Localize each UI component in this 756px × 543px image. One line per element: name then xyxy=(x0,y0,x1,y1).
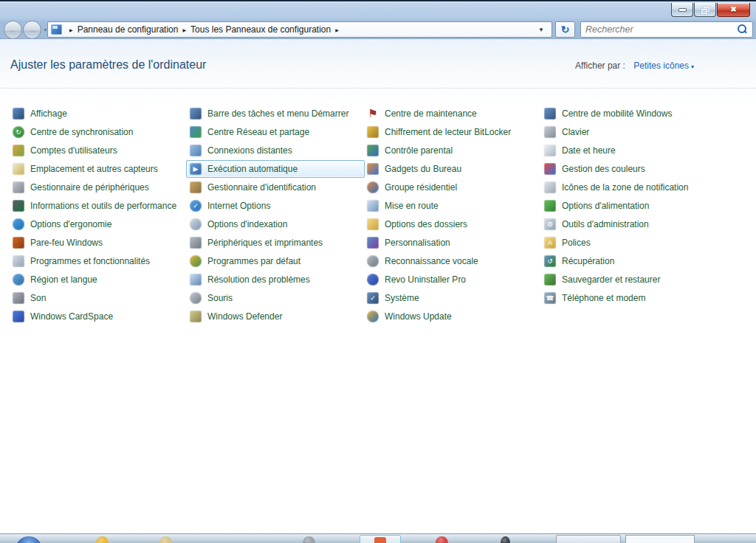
control-panel-item[interactable]: Sauvegarder et restaurer xyxy=(540,271,753,288)
control-panel-item[interactable]: Date et heure xyxy=(540,142,753,159)
performance-tools-icon xyxy=(13,200,24,212)
control-panel-item[interactable]: Affichage xyxy=(9,105,188,122)
control-panel-item-label: Périphériques et imprimantes xyxy=(207,238,323,248)
devices-printers-icon xyxy=(190,237,202,249)
control-panel-item[interactable]: Comptes d'utilisateurs xyxy=(9,142,188,159)
forward-button[interactable]: → xyxy=(23,21,41,39)
mouse-icon xyxy=(190,292,202,304)
control-panel-item-label: Centre Réseau et partage xyxy=(207,127,309,137)
control-panel-item-label: Informations et outils de performance xyxy=(30,201,176,211)
taskbar-app-icon[interactable] xyxy=(501,536,510,543)
address-dropdown-chevron[interactable]: ▼ xyxy=(534,27,549,33)
control-panel-item-label: Son xyxy=(30,293,46,303)
credential-manager-icon xyxy=(190,181,202,193)
location-sensors-icon xyxy=(13,163,24,175)
control-panel-item[interactable]: Gestionnaire de périphériques xyxy=(9,179,188,196)
control-panel-item[interactable]: APolices xyxy=(540,234,753,252)
control-panel-item[interactable]: Informations et outils de performance xyxy=(9,197,188,215)
restore-button[interactable] xyxy=(694,3,716,17)
control-panel-item[interactable]: ⚑Centre de maintenance xyxy=(363,105,542,122)
control-panel-item[interactable]: Souris xyxy=(186,289,365,307)
forward-arrow-icon: → xyxy=(27,24,37,35)
control-panel-item[interactable]: Options des dossiers xyxy=(363,215,542,233)
system-icon: ✓ xyxy=(367,292,379,304)
control-panel-item-label: Options d'indexation xyxy=(207,219,287,229)
control-panel-item-label: Affichage xyxy=(30,108,67,119)
taskbar-app-icon[interactable] xyxy=(159,536,172,543)
control-panel-item[interactable]: ✓Système xyxy=(363,289,542,307)
control-panel-item[interactable]: Options d'ergonomie xyxy=(9,215,188,233)
internet-options-icon: ✓ xyxy=(190,200,202,212)
control-panel-item[interactable]: Résolution des problèmes xyxy=(186,271,365,288)
start-orb[interactable] xyxy=(16,536,41,543)
view-by-label: Afficher par : xyxy=(575,60,625,71)
breadcrumb-control-panel[interactable]: Panneau de configuration xyxy=(78,24,179,35)
control-panel-item[interactable]: Connexions distantes xyxy=(186,142,365,159)
refresh-button[interactable]: ↻ xyxy=(555,21,575,38)
control-panel-item[interactable]: Centre Réseau et partage xyxy=(186,123,365,141)
parental-controls-icon xyxy=(367,145,379,156)
control-panel-item-label: Comptes d'utilisateurs xyxy=(30,145,117,156)
control-panel-item-label: Gestionnaire d'identification xyxy=(207,182,316,193)
control-panel-item[interactable]: ⚙Outils d'administration xyxy=(540,215,753,233)
control-panel-item[interactable]: Personnalisation xyxy=(363,234,542,252)
view-by-dropdown[interactable]: Petites icônes▾ xyxy=(633,60,694,71)
control-panel-item[interactable]: Centre de mobilité Windows xyxy=(540,105,753,122)
taskbar-app-pressed[interactable] xyxy=(556,535,621,543)
control-panel-item[interactable]: ✓Internet Options xyxy=(186,197,365,215)
windows-defender-icon xyxy=(190,311,202,322)
control-panel-item[interactable]: Mise en route xyxy=(363,197,542,215)
control-panel-item[interactable]: Icônes de la zone de notification xyxy=(540,179,753,196)
control-panel-item[interactable]: Options d'indexation xyxy=(186,215,365,233)
control-panel-item[interactable]: ☎Téléphone et modem xyxy=(540,289,753,307)
control-panel-item-label: Clavier xyxy=(562,127,589,137)
control-panel-item[interactable]: Reconnaissance vocale xyxy=(363,252,542,270)
control-panel-item[interactable]: Windows CardSpace xyxy=(9,308,188,325)
control-panel-item[interactable]: Région et langue xyxy=(9,271,188,288)
control-panel-item[interactable]: Gestion des couleurs xyxy=(540,160,753,178)
sync-center-icon: ↻ xyxy=(13,126,24,138)
control-panel-item[interactable]: Contrôle parental xyxy=(363,142,542,159)
control-panel-item[interactable]: Périphériques et imprimantes xyxy=(186,234,365,252)
control-panel-item-label: Revo Uninstaller Pro xyxy=(385,274,466,285)
control-panel-icon xyxy=(51,24,62,35)
control-panel-item[interactable]: Emplacement et autres capteurs xyxy=(9,160,188,178)
control-panel-item[interactable]: Clavier xyxy=(540,123,753,141)
control-panel-item[interactable]: Gadgets du Bureau xyxy=(363,160,542,178)
control-panel-item[interactable]: Groupe résidentiel xyxy=(363,179,542,196)
taskbar[interactable] xyxy=(0,533,756,543)
close-button[interactable]: ✖ xyxy=(717,3,750,17)
taskbar-app-icon[interactable] xyxy=(96,536,109,543)
control-panel-item[interactable]: ▶Exécution automatique xyxy=(186,160,365,178)
control-panel-item[interactable]: Programmes et fonctionnalités xyxy=(9,252,188,270)
control-panel-item-label: Internet Options xyxy=(207,201,270,211)
taskbar-panel[interactable] xyxy=(625,535,695,543)
control-panel-item-label: Centre de mobilité Windows xyxy=(562,108,672,119)
mobility-center-icon xyxy=(544,108,556,120)
search-box xyxy=(580,21,753,38)
breadcrumb-all-items[interactable]: Tous les Panneaux de configuration xyxy=(190,24,331,35)
control-panel-item[interactable]: Son xyxy=(9,289,188,307)
address-bar[interactable]: ▶ Panneau de configuration ▶ Tous les Pa… xyxy=(47,21,552,38)
search-input[interactable] xyxy=(581,24,736,35)
control-panel-item[interactable]: Revo Uninstaller Pro xyxy=(363,271,542,288)
taskbar-app-active[interactable] xyxy=(360,535,401,543)
control-panel-item[interactable]: Pare-feu Windows xyxy=(9,234,188,252)
chevron-down-icon: ▾ xyxy=(691,63,694,70)
control-panel-item[interactable]: Options d'alimentation xyxy=(540,197,753,215)
desktop-gadgets-icon xyxy=(367,163,379,175)
taskbar-app-icon[interactable] xyxy=(303,536,315,543)
control-panel-item[interactable]: ↻Centre de synchronisation xyxy=(9,123,188,141)
control-panel-item[interactable]: ↺Récupération xyxy=(540,252,753,270)
backup-restore-icon xyxy=(544,274,556,286)
control-panel-item[interactable]: Windows Update xyxy=(363,308,542,325)
minimize-button[interactable] xyxy=(671,3,693,17)
control-panel-item[interactable]: Chiffrement de lecteur BitLocker xyxy=(363,123,542,141)
control-panel-item[interactable]: Windows Defender xyxy=(186,308,365,325)
control-panel-item[interactable]: Gestionnaire d'identification xyxy=(186,179,365,196)
back-button[interactable]: ← xyxy=(4,21,22,39)
taskbar-app-icon[interactable] xyxy=(436,536,448,543)
control-panel-item-label: Sauvegarder et restaurer xyxy=(562,274,660,285)
control-panel-item[interactable]: Barre des tâches et menu Démarrer xyxy=(186,105,365,122)
control-panel-item[interactable]: Programmes par défaut xyxy=(186,252,365,270)
